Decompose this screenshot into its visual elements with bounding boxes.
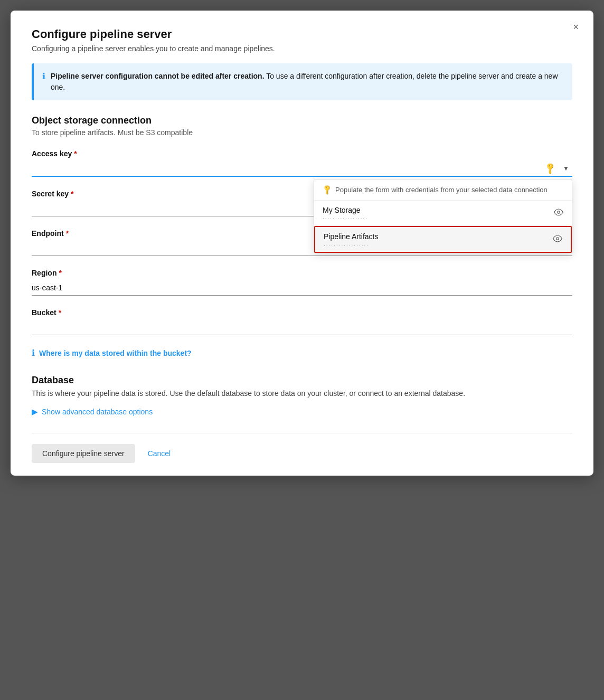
access-key-input-wrapper: 🔑 ▼ <box>32 161 572 177</box>
pipeline-artifacts-name: Pipeline Artifacts <box>324 232 379 241</box>
access-key-field-group: Access key * 🔑 ▼ 🔑 Populate th <box>32 149 572 177</box>
bucket-input[interactable] <box>32 320 572 335</box>
bucket-info-icon: ℹ <box>32 348 35 358</box>
object-storage-subtitle: To store pipeline artifacts. Must be S3 … <box>32 128 572 137</box>
bucket-field-group: Bucket * <box>32 308 572 335</box>
svg-point-0 <box>558 211 560 213</box>
modal-subtitle: Configuring a pipeline server enables yo… <box>32 44 572 53</box>
modal-title: Configure pipeline server <box>32 27 572 41</box>
region-label: Region * <box>32 269 572 277</box>
my-storage-eye-icon[interactable] <box>554 207 563 219</box>
database-section: Database This is where your pipeline dat… <box>32 375 572 416</box>
database-title: Database <box>32 375 572 386</box>
bucket-input-wrapper <box>32 320 572 335</box>
show-advanced-options-link[interactable]: Show advanced database options <box>42 408 153 416</box>
key-hint-icon: 🔑 <box>321 184 333 196</box>
region-input[interactable]: us-east-1 <box>32 280 572 295</box>
access-key-credential-button[interactable]: 🔑 <box>542 162 559 175</box>
access-key-required: * <box>74 149 77 158</box>
pipeline-artifacts-eye-icon[interactable] <box>553 234 562 245</box>
region-input-wrapper: us-east-1 <box>32 280 572 296</box>
object-storage-title: Object storage connection <box>32 115 572 126</box>
my-storage-dots: .................. <box>323 214 368 220</box>
dropdown-item-my-storage[interactable]: My Storage .................. <box>314 201 572 226</box>
expand-link-row: ▶ Show advanced database options <box>32 408 572 416</box>
access-key-dropdown-button[interactable]: ▼ <box>560 163 572 174</box>
svg-point-1 <box>556 237 559 240</box>
dropdown-hint: 🔑 Populate the form with credentials fro… <box>314 179 572 201</box>
database-description: This is where your pipeline data is stor… <box>32 388 572 399</box>
key-icon: 🔑 <box>544 162 558 175</box>
pipeline-artifacts-dots: .................. <box>324 241 379 247</box>
access-key-label: Access key * <box>32 149 572 158</box>
credentials-dropdown: 🔑 Populate the form with credentials fro… <box>314 179 572 253</box>
endpoint-required: * <box>66 229 69 238</box>
configure-pipeline-server-button[interactable]: Configure pipeline server <box>32 444 135 463</box>
configure-pipeline-modal: × Configure pipeline server Configuring … <box>11 11 593 476</box>
expand-arrow-icon: ▶ <box>32 408 37 416</box>
bucket-info-row: ℹ Where is my data stored within the buc… <box>32 348 572 358</box>
modal-footer: Configure pipeline server Cancel <box>32 433 572 463</box>
info-icon: ℹ <box>42 71 45 81</box>
chevron-down-icon: ▼ <box>563 165 569 172</box>
secret-key-required: * <box>71 190 73 198</box>
bucket-label: Bucket * <box>32 308 572 317</box>
cancel-button[interactable]: Cancel <box>146 444 173 463</box>
close-button[interactable]: × <box>569 20 583 34</box>
info-banner: ℹ Pipeline server configuration cannot b… <box>32 63 572 100</box>
access-key-input[interactable] <box>32 161 542 176</box>
bucket-info-link[interactable]: Where is my data stored within the bucke… <box>39 349 192 357</box>
access-key-actions: 🔑 ▼ <box>542 162 572 175</box>
region-required: * <box>59 269 61 277</box>
modal-overlay: × Configure pipeline server Configuring … <box>11 11 593 689</box>
my-storage-name: My Storage <box>323 206 368 214</box>
region-field-group: Region * us-east-1 <box>32 269 572 296</box>
bucket-required: * <box>59 308 61 317</box>
dropdown-item-pipeline-artifacts[interactable]: Pipeline Artifacts .................. <box>314 226 572 253</box>
banner-text: Pipeline server configuration cannot be … <box>51 71 564 93</box>
